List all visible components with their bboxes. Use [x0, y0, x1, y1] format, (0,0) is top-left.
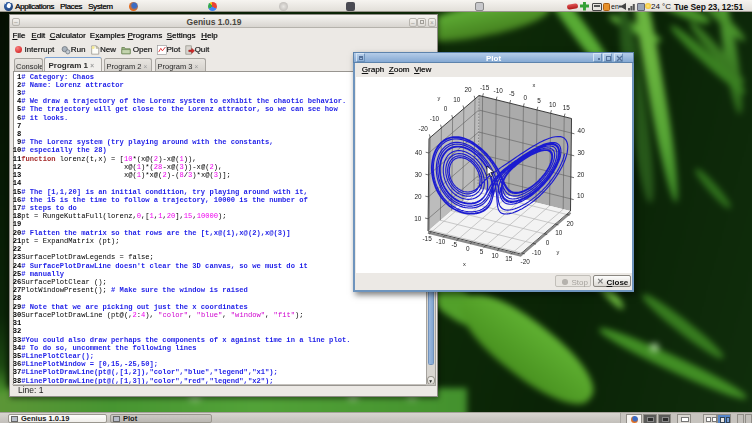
svg-text:20: 20 [566, 220, 574, 227]
svg-text:20: 20 [577, 171, 585, 178]
svg-text:-20: -20 [419, 125, 429, 132]
svg-text:15: 15 [505, 255, 513, 262]
svg-text:5: 5 [537, 97, 541, 104]
svg-text:0: 0 [546, 239, 550, 246]
svg-text:-5: -5 [451, 241, 457, 248]
svg-text:x: x [533, 82, 536, 88]
svg-text:-20: -20 [521, 258, 531, 265]
svg-text:40: 40 [578, 127, 586, 134]
svg-text:-10: -10 [532, 249, 542, 256]
svg-text:y: y [438, 95, 441, 101]
svg-text:-15: -15 [422, 235, 432, 242]
svg-text:-10: -10 [436, 238, 446, 245]
svg-text:10: 10 [555, 229, 563, 236]
svg-text:0: 0 [444, 105, 448, 112]
svg-text:30: 30 [415, 171, 423, 178]
svg-text:0: 0 [524, 94, 528, 101]
svg-text:10: 10 [549, 101, 557, 108]
svg-text:-10: -10 [494, 87, 504, 94]
svg-text:5: 5 [480, 248, 484, 255]
svg-text:10: 10 [492, 252, 500, 259]
svg-text:-15: -15 [480, 84, 490, 91]
svg-text:30: 30 [577, 149, 585, 156]
svg-text:10: 10 [414, 215, 422, 222]
svg-text:20: 20 [464, 86, 472, 93]
svg-text:40: 40 [415, 149, 423, 156]
svg-text:0: 0 [466, 245, 470, 252]
svg-text:y: y [557, 249, 560, 255]
svg-text:15: 15 [563, 104, 571, 111]
svg-text:x: x [463, 261, 466, 267]
svg-text:20: 20 [414, 193, 422, 200]
svg-text:10: 10 [453, 96, 461, 103]
svg-text:-5: -5 [509, 90, 515, 97]
svg-text:-10: -10 [430, 115, 440, 122]
svg-text:10: 10 [577, 192, 585, 199]
